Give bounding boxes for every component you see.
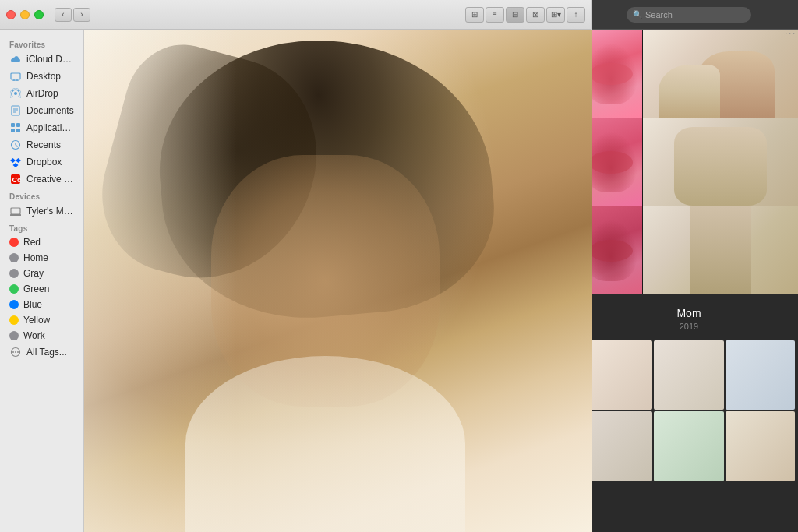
table-row[interactable]: JP IMG_6596.JPG 0, 2020 at 5:38 PM 2.2 M…	[84, 187, 591, 203]
laptop-icon	[9, 205, 22, 217]
icon-view-button[interactable]: ⊞	[465, 7, 484, 23]
file-thumb-icon: JP	[90, 251, 103, 263]
file-list[interactable]: QT 71da8d8a0c744f62b11d15046... 2019 at …	[84, 47, 591, 532]
table-row[interactable]: JP IMG_2413.JPG 0, 2019 at 6:01 PM 1.5 M…	[84, 78, 591, 93]
file-thumb-icon: JP	[90, 95, 103, 107]
sidebar-item-yellow[interactable]: Yellow	[3, 312, 80, 328]
file-modified-cell: 0, 2020 at 6:17 PM	[271, 156, 396, 171]
table-row[interactable]: JP Screen Shot 2020-08-19 at 4.... 2020 …	[84, 280, 591, 296]
list-view-button[interactable]: ≡	[486, 7, 504, 23]
file-name: 645ee1d01ea44652beb86a05...	[106, 65, 228, 75]
svg-point-4	[14, 92, 17, 95]
share-button[interactable]: ↑	[567, 7, 585, 23]
desktop-label: Desktop	[26, 71, 61, 82]
file-size-cell: 2.2 MB	[396, 187, 458, 202]
sidebar-item-creativec[interactable]: Cc Creative C...	[3, 171, 80, 188]
body-panel-1	[643, 30, 798, 118]
work-tag-label: Work	[23, 330, 45, 341]
documents-icon	[9, 104, 22, 117]
sidebar-item-tylers[interactable]: Tyler's Ma...	[3, 203, 80, 220]
sidebar-item-red[interactable]: Red	[3, 234, 80, 250]
sidebar-item-work[interactable]: Work	[3, 328, 80, 344]
col-size-header[interactable]: Size	[396, 30, 458, 46]
file-name: za7e6dee6d808e0efbb378e9...	[106, 299, 224, 308]
col-kind-header[interactable]: Kind	[458, 30, 591, 46]
back-button[interactable]: ‹	[55, 8, 72, 22]
mom-album[interactable]: Mom 2019	[580, 294, 798, 532]
table-row[interactable]: JP IMG_4959.JPG 0, 2020 at 2:06 PM 937 K…	[84, 93, 591, 109]
file-kind-cell: PNG image	[458, 125, 591, 139]
photo-panels	[580, 30, 798, 294]
yellow-tag-dot	[9, 315, 19, 325]
file-thumb-icon: JP	[90, 266, 103, 279]
sidebar-item-dropbox[interactable]: Dropbox	[3, 153, 80, 171]
table-row[interactable]: JP IMG_6974.JPG 0, 2020 at 5:34 PM 2.6 M…	[84, 249, 591, 265]
table-row[interactable]: PN IMG_4960.PNG 0, 2020 at 11:05 AM 9.3 …	[84, 109, 591, 125]
file-modified-cell: , 2020 at 5:09 PM	[271, 296, 396, 311]
file-name-cell: PN IMG_6395.PNG	[84, 140, 271, 155]
sidebar-item-documents[interactable]: Documents	[3, 102, 80, 119]
file-kind-cell: PNG image	[458, 140, 591, 155]
table-row[interactable]: PN IMG_6395.PNG 0, 2020 at 6:28 PM 4.4 M…	[84, 140, 591, 156]
svg-line-15	[16, 145, 18, 147]
red-tag-label: Red	[23, 237, 41, 248]
documents-label: Documents	[26, 105, 74, 116]
yellow-tag-label: Yellow	[23, 315, 50, 326]
sidebar-item-green[interactable]: Green	[3, 281, 80, 297]
file-thumb-icon: JP	[90, 188, 103, 201]
table-row[interactable]: JP MIGUEl.jpg 2020 at 11:51 AM 598 KB JP…	[84, 265, 591, 280]
file-name: IMG_6921.JPG	[106, 237, 165, 246]
search-bar[interactable]: 🔍 Search	[627, 7, 751, 23]
file-kind-cell: JPEG image	[458, 265, 591, 280]
applications-label: Applications	[26, 122, 74, 133]
col-modified-header[interactable]: Modified	[271, 30, 396, 46]
sidebar-item-desktop[interactable]: Desktop	[3, 68, 80, 85]
file-name: IMG_6785.PNG	[106, 221, 167, 231]
finder-body: Favorites iCloud Drive Desktop AirDrop	[0, 30, 591, 532]
gallery-view-button[interactable]: ⊠	[526, 7, 545, 23]
recents-icon	[9, 139, 22, 151]
table-row[interactable]: PN IMG_6397 0, 2020 at 6:17 PM 125 KB PN…	[84, 156, 591, 171]
album-thumb-6	[726, 411, 795, 481]
sidebar-item-home[interactable]: Home	[3, 250, 80, 266]
table-row[interactable]: QT IMG_6429.MOV , 2019 at 3:52 PM 6.2 MB…	[84, 171, 591, 187]
table-row[interactable]: PN IMG_6785.PNG 0, 2020 at 7:20 PM 6.3 M…	[84, 218, 591, 234]
table-row[interactable]: QT 645ee1d01ea44652beb86a05... , 2019 at…	[84, 62, 591, 78]
column-view-button[interactable]: ⊟	[506, 7, 524, 23]
table-row[interactable]: PN IMG_5573.PNG 0, 2020 at 7:41 PM 1.2 M…	[84, 125, 591, 140]
dropbox-label: Dropbox	[26, 157, 62, 167]
sidebar-item-recents[interactable]: Recents	[3, 136, 80, 153]
col-name-header[interactable]: Name	[84, 30, 271, 46]
file-kind-cell: PNG image	[458, 218, 591, 233]
sidebar-item-icloud[interactable]: iCloud Drive	[3, 51, 80, 68]
file-name: IMG_2413.JPG	[106, 81, 165, 90]
close-button[interactable]	[6, 10, 16, 19]
dropbox-icon	[9, 156, 22, 168]
file-size-cell: 598 KB	[396, 265, 458, 280]
file-thumb-icon: JP	[90, 235, 103, 248]
file-size-cell: 115 KB	[396, 296, 458, 311]
file-modified-cell: 0, 2020 at 7:20 PM	[271, 218, 396, 233]
svg-rect-11	[11, 129, 15, 132]
minimize-button[interactable]	[20, 10, 30, 19]
table-row[interactable]: JP IMG_6921.JPG 0, 2020 at 5:35 PM 2.5 M…	[84, 234, 591, 249]
svg-rect-0	[11, 73, 20, 79]
sort-button[interactable]: ⊞▾	[546, 7, 565, 23]
file-thumb-icon: PN	[90, 220, 103, 232]
file-kind-cell: JPEG image	[458, 296, 591, 311]
table-row[interactable]: QT 71da8d8a0c744f62b11d15046... 2019 at …	[84, 47, 591, 62]
sidebar-item-gray[interactable]: Gray	[3, 266, 80, 281]
table-row[interactable]: JP za7e6dee6d808e0efbb378e9... , 2020 at…	[84, 296, 591, 312]
sidebar-item-blue[interactable]: Blue	[3, 297, 80, 312]
maximize-button[interactable]	[34, 10, 44, 19]
forward-button[interactable]: ›	[73, 8, 90, 22]
body-panel-2	[643, 118, 798, 206]
file-size-cell: 1.2 MB	[396, 125, 458, 139]
table-row[interactable]: JP IMG_6664.JPG 0, 2020 at 5:37 PM 1.2 M…	[84, 203, 591, 218]
file-name: IMG_6664.JPG	[106, 206, 165, 215]
sidebar-item-applications[interactable]: Applications	[3, 119, 80, 136]
sidebar-item-alltags[interactable]: All Tags...	[3, 344, 80, 361]
sidebar-item-airdrop[interactable]: AirDrop	[3, 85, 80, 102]
svg-marker-16	[10, 158, 16, 163]
file-modified-cell: 0, 2020 at 5:38 PM	[271, 187, 396, 202]
